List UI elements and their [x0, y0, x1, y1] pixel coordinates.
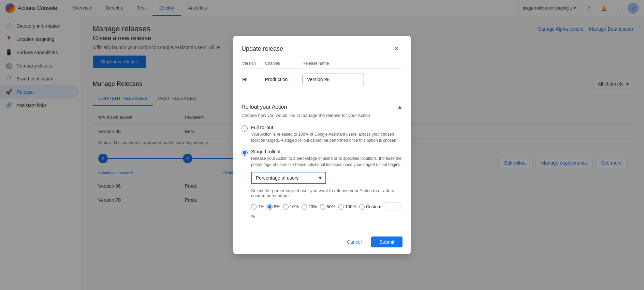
pct-10: 10%	[283, 204, 299, 210]
pct-5-label: 5%	[274, 204, 280, 209]
full-rollout-text: Full rollout Your Action is released to …	[251, 125, 402, 143]
update-release-dialog: Update release ✕ Version Channel Release…	[233, 36, 411, 254]
cancel-button[interactable]: Cancel	[341, 236, 367, 247]
percent-symbol: %	[251, 214, 255, 219]
staged-rollout-radio[interactable]	[241, 150, 248, 156]
pct-1: 1%	[251, 204, 264, 210]
dialog-title: Update release	[241, 45, 283, 52]
pct-50-label: 50%	[327, 204, 336, 209]
staged-rollout-name: Staged rollout	[251, 149, 402, 154]
full-rollout-name: Full rollout	[251, 125, 402, 130]
staged-rollout-type-dropdown[interactable]: Percentage of users ▾	[251, 172, 326, 184]
pct-10-radio[interactable]	[283, 204, 289, 210]
staged-rollout-desc: Release your Action to a percentage of u…	[251, 155, 402, 168]
dialog-channel-value: Production	[265, 70, 302, 89]
dropdown-label: Percentage of users	[256, 175, 298, 181]
pct-custom-label: Custom	[366, 204, 381, 209]
percentage-description: Select the percentage of user you want t…	[251, 188, 402, 198]
pct-1-label: 1%	[258, 204, 264, 209]
rollout-section: Rollout your Action ▲ Choose how you wou…	[233, 97, 411, 231]
full-rollout-radio[interactable]	[241, 125, 248, 132]
pct-custom: Custom	[359, 204, 381, 210]
pct-100-radio[interactable]	[338, 204, 344, 210]
overlay[interactable]: Update release ✕ Version Channel Release…	[0, 0, 644, 290]
dialog-col-release-name: Release name	[303, 61, 402, 69]
dialog-version-row: 98 Production	[242, 70, 402, 89]
dialog-header: Update release ✕	[233, 36, 411, 60]
pct-5: 5%	[267, 204, 280, 210]
full-rollout-label[interactable]: Full rollout Your Action is released to …	[241, 125, 402, 143]
rollout-description: Choose how you would like to manage the …	[241, 113, 402, 118]
dialog-close-button[interactable]: ✕	[390, 43, 402, 55]
pct-100: 100%	[338, 204, 356, 210]
release-name-input[interactable]	[303, 74, 364, 85]
rollout-title: Rollout your Action	[241, 104, 287, 110]
full-rollout-desc: Your Action is released to 100% of Googl…	[251, 131, 402, 143]
dialog-version-table: Version Channel Release name 98 Producti…	[241, 60, 402, 90]
staged-rollout-option: Staged rollout Release your Action to a …	[241, 149, 402, 219]
dialog-col-version: Version	[242, 61, 264, 69]
dialog-footer: Cancel Submit	[233, 231, 411, 254]
pct-custom-radio[interactable]	[359, 204, 365, 210]
pct-20-radio[interactable]	[302, 204, 307, 210]
pct-10-label: 10%	[290, 204, 299, 209]
pct-20: 20%	[302, 204, 317, 210]
dialog-version-section: Version Channel Release name 98 Producti…	[233, 60, 411, 97]
dialog-release-name-cell	[303, 70, 402, 89]
pct-100-label: 100%	[345, 204, 356, 209]
dialog-version-value: 98	[242, 70, 264, 89]
dropdown-chevron-icon: ▾	[319, 175, 321, 181]
pct-50-radio[interactable]	[320, 204, 325, 210]
collapse-icon[interactable]: ▲	[397, 104, 402, 110]
submit-button[interactable]: Submit	[371, 236, 402, 247]
full-rollout-option: Full rollout Your Action is released to …	[241, 125, 402, 143]
percentage-options: 1% 5% 10% 20%	[251, 202, 402, 219]
pct-50: 50%	[320, 204, 336, 210]
rollout-header: Rollout your Action ▲	[241, 104, 402, 110]
staged-rollout-label[interactable]: Staged rollout Release your Action to a …	[241, 149, 402, 168]
pct-5-radio[interactable]	[267, 204, 273, 210]
pct-1-radio[interactable]	[251, 204, 257, 210]
pct-20-label: 20%	[308, 204, 317, 209]
percentage-section: Select the percentage of user you want t…	[251, 188, 402, 219]
dialog-col-channel: Channel	[265, 61, 302, 69]
custom-percentage-input[interactable]	[384, 202, 400, 211]
staged-rollout-text: Staged rollout Release your Action to a …	[251, 149, 402, 168]
